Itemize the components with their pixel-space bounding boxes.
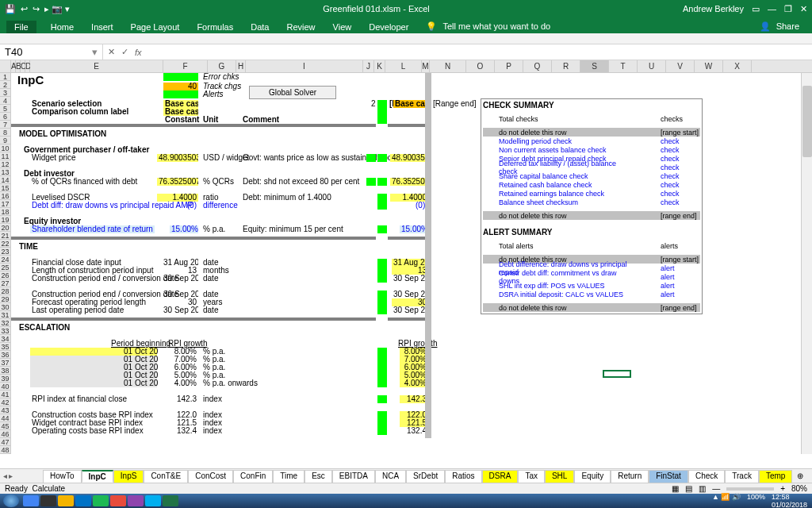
tab-page[interactable]: Page Layout [128, 21, 183, 33]
chrome-icon[interactable] [23, 495, 39, 506]
sheet-tab-InpC[interactable]: InpC [82, 470, 113, 483]
column-m-divider [425, 73, 431, 438]
tab-file[interactable]: File [6, 21, 36, 33]
skype-icon[interactable] [145, 495, 161, 506]
app-icon[interactable] [40, 495, 56, 506]
alert-item[interactable]: SHL int exp diff: POS vs VALUES [499, 282, 630, 290]
excel-icon[interactable] [163, 495, 178, 506]
ribbon-opts-icon[interactable]: ▭ [752, 4, 760, 14]
tab-data[interactable]: Data [247, 21, 272, 33]
sheet-tab-EBITDA[interactable]: EBITDA [332, 470, 375, 483]
titlebar: 💾 ↩ ↪ ▸ 📷 ▾ Greenfield 01d.xlsm - Excel … [0, 0, 812, 17]
check-item[interactable]: Balance sheet checksum [499, 198, 630, 206]
user-name[interactable]: Andrew Berkley [683, 4, 744, 13]
fx-icon[interactable]: fx [135, 48, 142, 57]
check-item[interactable]: Non current assets balance check [499, 146, 630, 154]
legend-green [163, 73, 198, 81]
sheet-tab-Ratios[interactable]: Ratios [445, 470, 481, 483]
sheet-tab-Equity[interactable]: Equity [574, 470, 611, 483]
view-pagelayout-icon[interactable]: ▤ [685, 484, 692, 493]
alert-item[interactable]: DSRA initial deposit: CALC vs VALUES [499, 291, 630, 298]
check-summary-panel: CHECK SUMMARY Total checkschecks do not … [481, 98, 703, 314]
app3-icon[interactable] [128, 495, 144, 506]
accept-fx-icon[interactable]: ✓ [121, 47, 128, 57]
calculate-link[interactable]: Calculate [32, 484, 65, 493]
check-item[interactable]: Modelling period check [499, 137, 630, 145]
window-title: Greenfield 01d.xlsm - Excel [70, 4, 683, 13]
check-item[interactable]: Retained earnings balance check [499, 190, 630, 198]
tab-insert[interactable]: Insert [88, 21, 117, 33]
ribbon-collapsed [0, 33, 812, 44]
outlook-icon[interactable] [75, 495, 91, 506]
sheet-tab-ConFin[interactable]: ConFin [233, 470, 273, 483]
sheet-title: InpC [17, 73, 44, 87]
minimize-icon[interactable]: — [768, 4, 776, 13]
tab-view[interactable]: View [330, 21, 355, 33]
section-time: TIME [17, 243, 40, 251]
spotify-icon[interactable] [93, 495, 109, 506]
start-orb-icon[interactable] [3, 495, 19, 507]
sheet-tab-ConT&E[interactable]: ConT&E [144, 470, 188, 483]
cancel-fx-icon[interactable]: ✕ [108, 47, 115, 57]
explorer-icon[interactable] [58, 495, 74, 506]
undo-icon[interactable]: ↩ [21, 4, 28, 14]
sheet-tab-SrDebt[interactable]: SrDebt [406, 470, 445, 483]
save-icon[interactable]: 💾 [5, 4, 16, 14]
tellme[interactable]: 💡 Tell me what you want to do [423, 20, 557, 33]
tab-formulas[interactable]: Formulas [193, 21, 236, 33]
sheet-tab-Check[interactable]: Check [688, 470, 725, 483]
add-sheet-icon[interactable]: ⊕ [792, 471, 808, 480]
sheet-tab-Esc[interactable]: Esc [304, 470, 332, 483]
legend-orange: 40 [163, 83, 198, 90]
ribbon-tabs: File Home Insert Page Layout Formulas Da… [0, 17, 812, 33]
active-cell[interactable] [603, 370, 631, 378]
maximize-icon[interactable]: ❐ [784, 4, 792, 14]
section-escalation: ESCALATION [17, 324, 71, 332]
column-headers[interactable]: A B C D E F G H I J K L M N O P Q R S T … [0, 60, 812, 73]
zoom-out-icon[interactable]: — [712, 484, 720, 493]
sheet-tab-ConCost[interactable]: ConCost [188, 470, 233, 483]
tab-first-icon[interactable]: ◂ [3, 471, 7, 480]
legend-green2 [163, 90, 198, 98]
zoom-slider[interactable] [726, 487, 774, 491]
sheet-tab-HowTo[interactable]: HowTo [43, 470, 82, 483]
sheet-tab-SHL[interactable]: SHL [545, 470, 574, 483]
sheet-tab-Tax[interactable]: Tax [518, 470, 545, 483]
tray-icons[interactable]: ▲ 📶 🔊 [712, 493, 741, 508]
sheet-tabs: ◂▸ HowToInpCInpSConT&EConCostConFinTimeE… [0, 468, 812, 483]
global-solver-button[interactable]: Global Solver [249, 86, 336, 99]
check-item[interactable]: Share capital balance check [499, 172, 630, 180]
vertical-scrollbar[interactable] [801, 73, 812, 454]
sheet-tab-Temp[interactable]: Temp [759, 470, 792, 483]
camera-icon[interactable]: ▸ 📷 ▾ [44, 4, 70, 14]
chevron-down-icon[interactable]: ▾ [92, 46, 98, 58]
tab-home[interactable]: Home [48, 21, 77, 33]
sheet-tab-Return[interactable]: Return [611, 470, 649, 483]
sheet-tab-InpS[interactable]: InpS [113, 470, 144, 483]
worksheet[interactable]: 1234567891011121314151617181920212223242… [0, 73, 812, 454]
status-bar: Ready Calculate ▦ ▤ ▥ — + 80% [0, 483, 812, 494]
formula-bar-row: T40▾ ✕ ✓ fx [0, 44, 812, 60]
sheet-tab-Time[interactable]: Time [273, 470, 304, 483]
tab-developer[interactable]: Developer [366, 21, 412, 33]
tab-last-icon[interactable]: ▸ [9, 471, 13, 480]
sheet-tab-FinStat[interactable]: FinStat [649, 470, 688, 483]
sheet-tab-Track[interactable]: Track [725, 470, 759, 483]
view-pagebreak-icon[interactable]: ▥ [699, 484, 706, 493]
share-button[interactable]: 👤 Share [756, 20, 806, 33]
app2-icon[interactable] [110, 495, 126, 506]
windows-taskbar[interactable]: ▲ 📶 🔊 100% 12:5801/02/2018 [0, 494, 812, 508]
section-model: MODEL OPTIMISATION [17, 130, 108, 138]
check-item[interactable]: Retained cash balance check [499, 181, 630, 189]
view-normal-icon[interactable]: ▦ [672, 484, 679, 493]
zoom-level[interactable]: 80% [791, 484, 807, 493]
row-headers[interactable]: 1234567891011121314151617181920212223242… [0, 73, 11, 454]
tab-review[interactable]: Review [283, 21, 318, 33]
name-box[interactable]: T40▾ [0, 44, 103, 60]
sheet-tab-DSRA[interactable]: DSRA [482, 470, 519, 483]
sheet-tab-NCA[interactable]: NCA [375, 470, 406, 483]
zoom-in-icon[interactable]: + [780, 484, 785, 493]
close-icon[interactable]: ✕ [800, 4, 807, 14]
redo-icon[interactable]: ↪ [33, 4, 40, 14]
